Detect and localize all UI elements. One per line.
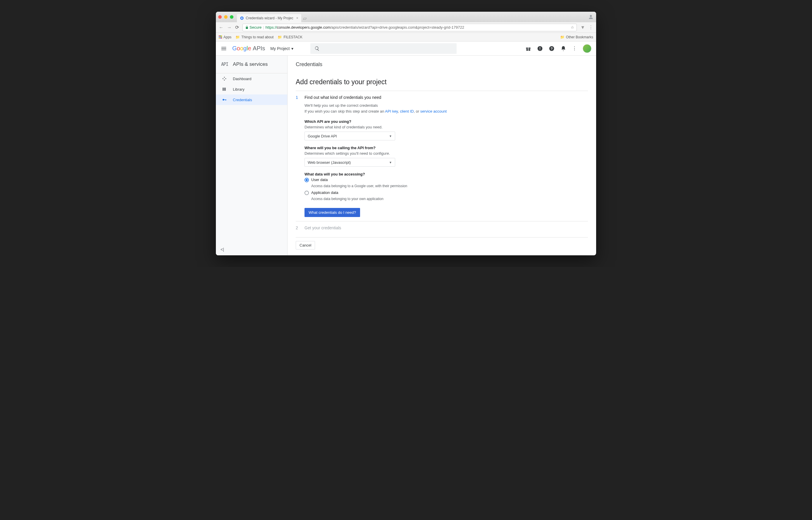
- radio-input[interactable]: [305, 191, 309, 195]
- step-help-text: We'll help you set up the correct creden…: [305, 103, 498, 114]
- window-minimize[interactable]: [224, 15, 228, 19]
- field-desc: Determines which settings you'll need to…: [305, 151, 498, 156]
- sidebar-item-credentials[interactable]: Credentials: [216, 95, 287, 105]
- service-account-link[interactable]: service account: [420, 109, 447, 113]
- tab-title: Credentials wizard - My Projec: [246, 16, 293, 20]
- library-icon: [222, 87, 227, 92]
- sidebar-item-library[interactable]: Library: [216, 84, 287, 95]
- url-text: https://console.developers.google.com/ap…: [266, 25, 464, 29]
- radio-desc: Access data belonging to a Google user, …: [311, 184, 498, 188]
- step-title: Find out what kind of credentials you ne…: [305, 95, 498, 100]
- key-icon: [222, 97, 227, 102]
- step-title: Get your credentials: [305, 226, 498, 230]
- google-apis-logo[interactable]: Google APIs: [232, 45, 265, 52]
- browser-tab[interactable]: Credentials wizard - My Projec ×: [237, 14, 301, 22]
- radio-desc: Access data belonging to your own applic…: [311, 197, 498, 201]
- folder-icon: 📁: [560, 35, 565, 39]
- svg-rect-14: [225, 88, 226, 91]
- wizard-step-1: 1 Find out what kind of credentials you …: [296, 91, 498, 221]
- svg-rect-4: [529, 47, 531, 49]
- api-key-link[interactable]: API key: [385, 109, 398, 113]
- field-label-calling-from: Where will you be calling the API from?: [305, 146, 498, 150]
- help-icon[interactable]: ?: [549, 46, 555, 51]
- svg-rect-18: [226, 99, 226, 100]
- svg-rect-6: [529, 49, 530, 51]
- secure-badge: Secure: [245, 25, 262, 29]
- address-bar[interactable]: Secure | https://console.developers.goog…: [242, 24, 577, 31]
- browser-titlebar: Credentials wizard - My Projec × ▱: [216, 12, 596, 22]
- window-close[interactable]: [218, 15, 222, 19]
- browser-menu-icon[interactable]: ⋮: [588, 25, 593, 30]
- radio-user-data[interactable]: User data: [305, 178, 498, 182]
- sidebar-item-label: Credentials: [233, 98, 252, 102]
- section-title: Add credentials to your project: [296, 78, 588, 86]
- bookmark-folder[interactable]: 📁 Things to read about: [235, 35, 273, 39]
- divider: [296, 237, 588, 237]
- forward-button[interactable]: →: [227, 25, 232, 30]
- svg-point-15: [222, 99, 224, 100]
- more-icon[interactable]: ⋮: [572, 46, 577, 51]
- field-label-api: Which API are you using?: [305, 119, 498, 124]
- svg-point-1: [241, 18, 243, 19]
- sidebar-header: API APIs & services: [216, 56, 287, 73]
- user-avatar[interactable]: [583, 44, 592, 53]
- bookmark-folder[interactable]: 📁 FILESTACK: [278, 35, 302, 39]
- other-bookmarks[interactable]: 📁 Other Bookmarks: [560, 35, 593, 39]
- step-number: 2: [296, 226, 299, 233]
- sidebar-item-label: Dashboard: [233, 77, 252, 81]
- svg-rect-12: [222, 88, 224, 91]
- browser-profile-icon[interactable]: [588, 14, 594, 20]
- extension-icon[interactable]: ▼: [580, 25, 585, 30]
- svg-rect-9: [540, 49, 540, 50]
- sidebar: API APIs & services Dashboard Library Cr…: [216, 56, 288, 255]
- favicon-icon: [240, 16, 244, 20]
- reload-button[interactable]: ⟳: [235, 25, 239, 30]
- collapse-sidebar-button[interactable]: <|: [220, 247, 224, 252]
- radio-application-data[interactable]: Application data: [305, 190, 498, 195]
- back-button[interactable]: ←: [219, 25, 224, 30]
- what-credentials-button[interactable]: What credentials do I need?: [305, 208, 360, 217]
- project-selector[interactable]: My Project ▾: [270, 46, 293, 51]
- caret-down-icon: ▼: [389, 161, 392, 164]
- window-maximize[interactable]: [230, 15, 233, 19]
- svg-rect-17: [225, 99, 226, 100]
- folder-icon: 📁: [235, 35, 240, 39]
- svg-rect-8: [540, 47, 540, 49]
- browser-toolbar: ← → ⟳ Secure | https://console.developer…: [216, 22, 596, 33]
- sidebar-item-label: Library: [233, 87, 244, 92]
- page-title: Credentials: [296, 61, 588, 73]
- bookmark-star-icon[interactable]: ☆: [571, 25, 574, 29]
- dashboard-icon: [222, 76, 227, 81]
- notifications-icon[interactable]: [560, 46, 566, 51]
- wizard-step-2: 2 Get your credentials: [296, 222, 498, 237]
- svg-point-2: [590, 15, 592, 17]
- step-number: 1: [296, 95, 299, 217]
- caret-down-icon: ▾: [291, 46, 293, 51]
- main-content: Credentials Add credentials to your proj…: [288, 56, 596, 255]
- cancel-button[interactable]: Cancel: [296, 241, 315, 250]
- alert-icon[interactable]: [537, 46, 543, 51]
- svg-rect-16: [224, 99, 226, 100]
- app-header: Google APIs My Project ▾ ? ⋮: [216, 42, 596, 56]
- svg-rect-5: [526, 49, 528, 51]
- bookmarks-bar: Apps 📁 Things to read about 📁 FILESTACK …: [216, 33, 596, 42]
- radio-input-checked[interactable]: [305, 178, 309, 182]
- calling-from-select[interactable]: Web browser (Javascript) ▼: [305, 158, 395, 167]
- svg-text:?: ?: [550, 47, 553, 50]
- search-icon: [314, 46, 320, 51]
- menu-icon[interactable]: [220, 45, 227, 52]
- field-desc: Determines what kind of credentials you …: [305, 125, 498, 129]
- folder-icon: 📁: [278, 35, 282, 39]
- apps-grid-icon: [219, 35, 222, 38]
- client-id-link[interactable]: client ID: [400, 109, 414, 113]
- caret-down-icon: ▼: [389, 134, 392, 138]
- apps-shortcut[interactable]: Apps: [219, 35, 231, 39]
- gift-icon[interactable]: [525, 46, 531, 51]
- svg-rect-3: [526, 47, 528, 49]
- api-select[interactable]: Google Drive API ▼: [305, 132, 395, 140]
- search-box[interactable]: [310, 43, 456, 54]
- new-tab-button[interactable]: ▱: [303, 16, 307, 21]
- api-chip-icon: API: [221, 62, 228, 67]
- sidebar-item-dashboard[interactable]: Dashboard: [216, 73, 287, 84]
- tab-close-icon[interactable]: ×: [296, 16, 298, 20]
